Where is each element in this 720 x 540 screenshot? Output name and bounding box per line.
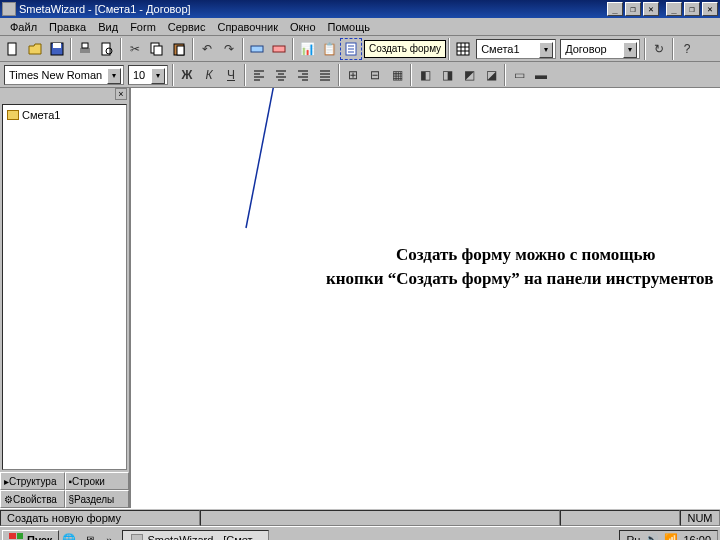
folder-icon bbox=[7, 110, 19, 120]
start-label: Пуск bbox=[27, 534, 52, 541]
system-tray[interactable]: Ru 🔊 📶 16:00 bbox=[619, 530, 718, 541]
status-empty1 bbox=[200, 510, 560, 526]
close-button[interactable]: ✕ bbox=[702, 2, 718, 16]
extra6-button[interactable]: ▬ bbox=[530, 64, 552, 86]
align-left-button[interactable] bbox=[248, 64, 270, 86]
minimize-button[interactable]: _ bbox=[666, 2, 682, 16]
extra2-button[interactable]: ◨ bbox=[436, 64, 458, 86]
cut-button[interactable]: ✂ bbox=[124, 38, 146, 60]
title-text: SmetaWizard - [Смета1 - Договор] bbox=[19, 3, 191, 15]
taskbar-app-label: SmetaWizard - [Смет... bbox=[147, 534, 260, 541]
svg-line-38 bbox=[246, 88, 281, 228]
extra5-button[interactable]: ▭ bbox=[508, 64, 530, 86]
new-button[interactable] bbox=[2, 38, 24, 60]
italic-button[interactable]: К bbox=[198, 64, 220, 86]
norms-button[interactable]: 📋 bbox=[318, 38, 340, 60]
menu-form[interactable]: Form bbox=[124, 21, 162, 33]
tab-rows-label: Строки bbox=[72, 476, 105, 487]
create-form-button[interactable] bbox=[340, 38, 362, 60]
align-right-button[interactable] bbox=[292, 64, 314, 86]
svg-rect-4 bbox=[82, 43, 88, 48]
taskbar-app-icon bbox=[131, 534, 143, 541]
tree-root-item[interactable]: Смета1 bbox=[7, 109, 122, 121]
svg-rect-5 bbox=[102, 43, 110, 55]
tree-root-label: Смета1 bbox=[22, 109, 60, 121]
main-toolbar: ✂ ↶ ↷ 📊 📋 Создать форму Смета1 Договор ↻… bbox=[0, 36, 720, 62]
annotation-callout: Создать форму можно с помощью кнопки “Со… bbox=[326, 243, 720, 291]
bold-button[interactable]: Ж bbox=[176, 64, 198, 86]
maximize-button[interactable]: ❐ bbox=[684, 2, 700, 16]
extra4-button[interactable]: ◪ bbox=[480, 64, 502, 86]
help-button[interactable]: ? bbox=[676, 38, 698, 60]
side-panel: × Смета1 ▸ Структура ▪ Строки ⚙ Свойства… bbox=[0, 88, 130, 508]
split-cells-button[interactable]: ⊟ bbox=[364, 64, 386, 86]
windows-logo-icon bbox=[9, 533, 23, 541]
svg-rect-10 bbox=[177, 46, 184, 55]
svg-rect-0 bbox=[8, 43, 16, 55]
table-button[interactable] bbox=[452, 38, 474, 60]
tray-volume-icon[interactable]: 🔊 bbox=[645, 533, 659, 540]
tab-properties[interactable]: ⚙ Свойства bbox=[0, 490, 65, 508]
tab-structure[interactable]: ▸ Структура bbox=[0, 472, 65, 490]
fontsize-selector[interactable]: 10 bbox=[128, 65, 168, 85]
borders-button[interactable]: ▦ bbox=[386, 64, 408, 86]
menu-service[interactable]: Сервис bbox=[162, 21, 212, 33]
form-selector[interactable]: Договор bbox=[560, 39, 640, 59]
row-add-button[interactable] bbox=[246, 38, 268, 60]
taskbar-app-button[interactable]: SmetaWizard - [Смет... bbox=[122, 530, 269, 541]
statusbar: Создать новую форму NUM bbox=[0, 508, 720, 526]
save-button[interactable] bbox=[46, 38, 68, 60]
print-button[interactable] bbox=[74, 38, 96, 60]
paste-button[interactable] bbox=[168, 38, 190, 60]
menu-window[interactable]: Окно bbox=[284, 21, 322, 33]
tray-net-icon[interactable]: 📶 bbox=[664, 533, 678, 540]
menu-edit[interactable]: Правка bbox=[43, 21, 92, 33]
extra1-button[interactable]: ◧ bbox=[414, 64, 436, 86]
menu-reference[interactable]: Справочник bbox=[211, 21, 284, 33]
menu-file[interactable]: Файл bbox=[4, 21, 43, 33]
redo-button[interactable]: ↷ bbox=[218, 38, 240, 60]
row-delete-button[interactable] bbox=[268, 38, 290, 60]
preview-button[interactable] bbox=[96, 38, 118, 60]
tray-clock: 16:00 bbox=[683, 534, 711, 541]
start-button[interactable]: Пуск bbox=[2, 530, 59, 541]
menu-view[interactable]: Вид bbox=[92, 21, 124, 33]
undo-button[interactable]: ↶ bbox=[196, 38, 218, 60]
annotation-arrow bbox=[131, 88, 720, 508]
svg-rect-12 bbox=[273, 46, 285, 52]
menu-help[interactable]: Помощь bbox=[322, 21, 377, 33]
font-selector[interactable]: Times New Roman bbox=[4, 65, 124, 85]
smeta-selector[interactable]: Смета1 bbox=[476, 39, 556, 59]
extra3-button[interactable]: ◩ bbox=[458, 64, 480, 86]
align-justify-button[interactable] bbox=[314, 64, 336, 86]
doc-maximize-button[interactable]: ❐ bbox=[625, 2, 641, 16]
workarea: × Смета1 ▸ Структура ▪ Строки ⚙ Свойства… bbox=[0, 88, 720, 508]
quicklaunch-ie[interactable]: 🌐 bbox=[60, 531, 78, 541]
quicklaunch-desktop[interactable]: 🖥 bbox=[80, 531, 98, 541]
structure-tree[interactable]: Смета1 bbox=[2, 104, 127, 470]
doc-minimize-button[interactable]: _ bbox=[607, 2, 623, 16]
panel-close-button[interactable]: × bbox=[115, 88, 127, 100]
tab-rows[interactable]: ▪ Строки bbox=[65, 472, 130, 490]
underline-button[interactable]: Ч bbox=[220, 64, 242, 86]
tab-sections-label: Разделы bbox=[74, 494, 114, 505]
document-area[interactable]: Создать форму можно с помощью кнопки “Со… bbox=[130, 88, 720, 508]
align-center-button[interactable] bbox=[270, 64, 292, 86]
tab-sections[interactable]: § Разделы bbox=[65, 490, 130, 508]
font-selector-value: Times New Roman bbox=[9, 69, 102, 81]
copy-button[interactable] bbox=[146, 38, 168, 60]
quicklaunch-more[interactable]: » bbox=[100, 531, 118, 541]
svg-rect-17 bbox=[457, 43, 469, 55]
tab-structure-label: Структура bbox=[9, 476, 56, 487]
tray-lang[interactable]: Ru bbox=[626, 534, 640, 541]
open-button[interactable] bbox=[24, 38, 46, 60]
calc-button[interactable]: 📊 bbox=[296, 38, 318, 60]
doc-close-button[interactable]: ✕ bbox=[643, 2, 659, 16]
merge-cells-button[interactable]: ⊞ bbox=[342, 64, 364, 86]
app-icon bbox=[2, 2, 16, 16]
refresh-button[interactable]: ↻ bbox=[648, 38, 670, 60]
window-controls: _ ❐ ✕ _ ❐ ✕ bbox=[607, 2, 718, 16]
callout-line1: Создать форму можно с помощью bbox=[326, 243, 720, 267]
svg-rect-2 bbox=[53, 43, 61, 48]
status-empty2 bbox=[560, 510, 680, 526]
